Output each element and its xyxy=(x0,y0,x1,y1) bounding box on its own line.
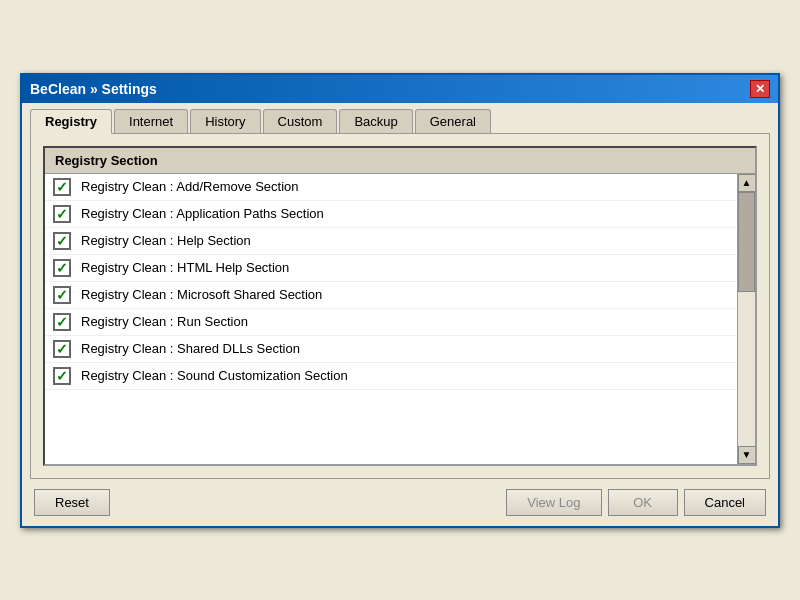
list-item[interactable]: Registry Clean : Sound Customization Sec… xyxy=(45,363,737,390)
list-item-label: Registry Clean : Run Section xyxy=(81,314,248,329)
buttons-left: Reset xyxy=(34,489,110,516)
checkbox[interactable] xyxy=(53,259,71,277)
checkbox[interactable] xyxy=(53,313,71,331)
scroll-down-button[interactable]: ▼ xyxy=(738,446,756,464)
buttons-row: Reset View Log OK Cancel xyxy=(22,479,778,526)
scroll-up-button[interactable]: ▲ xyxy=(738,174,756,192)
list-item[interactable]: Registry Clean : Microsoft Shared Sectio… xyxy=(45,282,737,309)
tab-backup[interactable]: Backup xyxy=(339,109,412,133)
checkbox[interactable] xyxy=(53,178,71,196)
list-item-label: Registry Clean : Microsoft Shared Sectio… xyxy=(81,287,322,302)
close-button[interactable]: ✕ xyxy=(750,80,770,98)
reset-button[interactable]: Reset xyxy=(34,489,110,516)
scroll-thumb[interactable] xyxy=(738,192,755,292)
checkbox[interactable] xyxy=(53,286,71,304)
tab-registry[interactable]: Registry xyxy=(30,109,112,134)
registry-list-container: Registry Section Registry Clean : Add/Re… xyxy=(43,146,757,466)
tabs-row: Registry Internet History Custom Backup … xyxy=(22,103,778,133)
scrollbar: ▲ ▼ xyxy=(737,174,755,464)
tab-content: Registry Section Registry Clean : Add/Re… xyxy=(30,133,770,479)
list-item-label: Registry Clean : Application Paths Secti… xyxy=(81,206,324,221)
list-item[interactable]: Registry Clean : Shared DLLs Section xyxy=(45,336,737,363)
ok-button[interactable]: OK xyxy=(608,489,678,516)
list-header: Registry Section xyxy=(45,148,755,174)
tab-custom[interactable]: Custom xyxy=(263,109,338,133)
list-items: Registry Clean : Add/Remove SectionRegis… xyxy=(45,174,737,464)
list-item[interactable]: Registry Clean : Application Paths Secti… xyxy=(45,201,737,228)
checkbox[interactable] xyxy=(53,367,71,385)
view-log-button[interactable]: View Log xyxy=(506,489,601,516)
list-item[interactable]: Registry Clean : Run Section xyxy=(45,309,737,336)
list-item-label: Registry Clean : HTML Help Section xyxy=(81,260,289,275)
title-bar: BeClean » Settings ✕ xyxy=(22,75,778,103)
checkbox[interactable] xyxy=(53,340,71,358)
tab-internet[interactable]: Internet xyxy=(114,109,188,133)
list-header-label: Registry Section xyxy=(55,153,158,168)
buttons-right: View Log OK Cancel xyxy=(506,489,766,516)
checkbox[interactable] xyxy=(53,205,71,223)
settings-window: BeClean » Settings ✕ Registry Internet H… xyxy=(20,73,780,528)
list-item-label: Registry Clean : Help Section xyxy=(81,233,251,248)
list-item[interactable]: Registry Clean : Help Section xyxy=(45,228,737,255)
tab-history[interactable]: History xyxy=(190,109,260,133)
list-item[interactable]: Registry Clean : Add/Remove Section xyxy=(45,174,737,201)
checkbox[interactable] xyxy=(53,232,71,250)
tab-general[interactable]: General xyxy=(415,109,491,133)
window-title: BeClean » Settings xyxy=(30,81,157,97)
list-scroll-wrapper: Registry Clean : Add/Remove SectionRegis… xyxy=(45,174,755,464)
list-item-label: Registry Clean : Shared DLLs Section xyxy=(81,341,300,356)
list-item-label: Registry Clean : Add/Remove Section xyxy=(81,179,299,194)
list-item[interactable]: Registry Clean : HTML Help Section xyxy=(45,255,737,282)
scroll-track[interactable] xyxy=(738,192,755,446)
cancel-button[interactable]: Cancel xyxy=(684,489,766,516)
list-item-label: Registry Clean : Sound Customization Sec… xyxy=(81,368,348,383)
